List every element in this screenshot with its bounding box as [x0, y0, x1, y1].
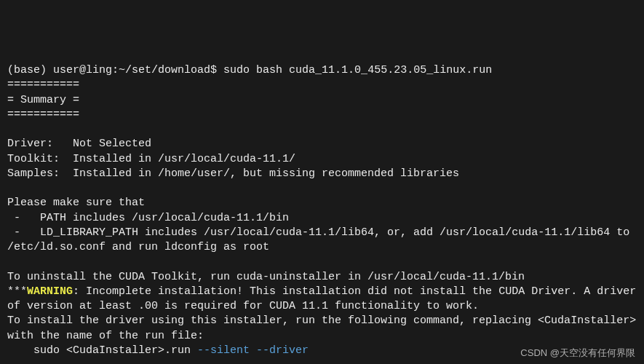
toolkit-line: Toolkit: Installed in /usr/local/cuda-11…: [7, 153, 295, 165]
watermark: CSDN @天空没有任何界限: [520, 347, 635, 360]
warning-block: ***WARNING: Incomplete installation! Thi…: [7, 285, 643, 312]
rule: ===========: [7, 79, 79, 91]
ld-bullet: - LD_LIBRARY_PATH includes /usr/local/cu…: [7, 226, 636, 253]
rule: ===========: [7, 108, 79, 121]
flag-driver: --driver: [256, 344, 309, 357]
warning-text: : Incomplete installation! This installa…: [7, 285, 643, 312]
samples-line: Samples: Installed in /home/user/, but m…: [7, 167, 459, 180]
summary-heading: = Summary =: [7, 94, 79, 106]
install-command: sudo <CudaInstaller>.run --silent --driv…: [7, 344, 309, 357]
install-driver-line: To install the driver using this install…: [7, 314, 643, 341]
uninstall-line: To uninstall the CUDA Toolkit, run cuda-…: [7, 271, 525, 283]
terminal-output[interactable]: (base) user@ling:~/set/download$ sudo ba…: [7, 63, 637, 364]
prompt-line: (base) user@ling:~/set/download$ sudo ba…: [7, 64, 492, 76]
flag-silent: --silent: [197, 344, 250, 357]
conda-env: (base): [7, 64, 53, 76]
path-bullet: - PATH includes /usr/local/cuda-11.1/bin: [7, 212, 289, 224]
driver-line: Driver: Not Selected: [7, 138, 151, 150]
cwd: ~/set/download: [119, 64, 210, 76]
command: sudo bash cuda_11.1.0_455.23.05_linux.ru…: [223, 64, 492, 76]
warning-label: WARNING: [27, 285, 73, 298]
user-host: user@ling: [53, 64, 112, 76]
ensure-heading: Please make sure that: [7, 197, 145, 209]
